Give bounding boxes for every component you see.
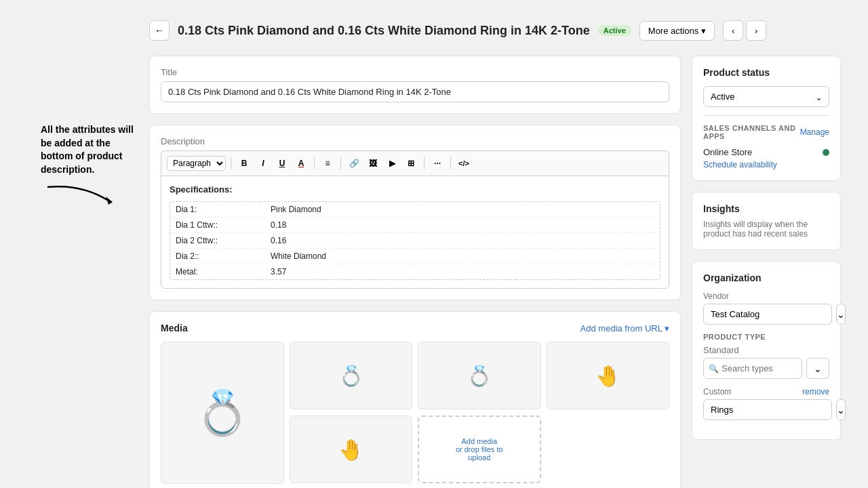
table-row: Dia 2 Cttw:: 0.16 xyxy=(170,233,660,249)
paragraph-select[interactable]: Paragraph xyxy=(167,156,226,171)
source-button[interactable]: </> xyxy=(456,155,472,171)
add-media-label: Add mediaor drop files toupload xyxy=(456,437,503,462)
insights-card: Insights Insights will display when the … xyxy=(692,192,841,250)
title-label: Title xyxy=(161,67,669,77)
custom-sort-button[interactable]: ⌄ xyxy=(836,399,846,420)
title-card: Title xyxy=(149,56,681,114)
vendor-row: ⌄ xyxy=(703,304,829,325)
schedule-availability-link[interactable]: Schedule availability xyxy=(703,160,829,169)
custom-row: Custom remove xyxy=(703,387,829,396)
product-header: 0.18 Cts Pink Diamond and 0.16 Cts White… xyxy=(178,24,631,38)
table-row: Dia 1: Pink Diamond xyxy=(170,202,660,218)
custom-label: Custom xyxy=(703,387,731,396)
table-row: Dia 1 Cttw:: 0.18 xyxy=(170,218,660,233)
manage-button[interactable]: Manage xyxy=(800,127,829,137)
media-main-image[interactable]: 💍 xyxy=(161,342,284,484)
type-sort-button[interactable]: ⌄ xyxy=(806,358,829,379)
status-select[interactable]: Active Draft Archived xyxy=(703,86,829,107)
media-thumb-5[interactable]: 🤚 xyxy=(290,415,413,483)
video-button[interactable]: ▶ xyxy=(384,155,400,171)
insights-description: Insights will display when the product h… xyxy=(703,220,829,239)
description-label: Description xyxy=(161,136,669,146)
sales-channels-title: SALES CHANNELS AND APPS xyxy=(703,124,800,140)
search-wrap: 🔍 xyxy=(703,358,802,379)
product-type-field: PRODUCT TYPE Standard 🔍 ⌄ Custom remove xyxy=(703,333,829,420)
nav-arrows: ‹ › xyxy=(723,20,766,41)
sales-channels-row: SALES CHANNELS AND APPS Manage xyxy=(703,124,829,140)
add-media-url-button[interactable]: Add media from URL ▾ xyxy=(580,323,669,333)
italic-button[interactable]: I xyxy=(255,155,271,171)
organization-card: Organization Vendor ⌄ PRODUCT TYPE Stand… xyxy=(692,261,841,440)
ring-main-icon: 💍 xyxy=(195,388,250,439)
font-color-button[interactable]: A xyxy=(293,155,309,171)
media-header: Media Add media from URL ▾ xyxy=(161,323,669,333)
hand-icon-2: 🤚 xyxy=(338,438,363,462)
table-row: Metal: 3.57 xyxy=(170,264,660,279)
specs-title: Specifications: xyxy=(170,184,660,195)
status-badge: Active xyxy=(598,25,631,36)
product-status-card: Product status Active Draft Archived SAL… xyxy=(692,56,841,181)
title-input[interactable] xyxy=(161,81,669,102)
media-thumb-3[interactable]: 💍 xyxy=(418,342,541,409)
more-formats-button[interactable]: ··· xyxy=(429,155,446,171)
media-thumb-4[interactable]: 🤚 xyxy=(547,342,670,409)
organization-title: Organization xyxy=(703,272,829,283)
product-type-label: PRODUCT TYPE xyxy=(703,333,829,341)
standard-type-row: Standard xyxy=(703,345,829,355)
annotation: All the attributes will be added at the … xyxy=(0,123,136,209)
more-actions-button[interactable]: More actions ▾ xyxy=(639,21,715,41)
standard-label: Standard xyxy=(703,345,739,355)
table-button[interactable]: ⊞ xyxy=(403,155,419,171)
online-store-label: Online Store xyxy=(703,147,752,157)
editor-toolbar: Paragraph B I U A ≡ 🔗 🖼 ▶ ⊞ ··· xyxy=(161,150,669,176)
custom-input-row: ⌄ xyxy=(703,399,829,420)
ring-icon-2: 💍 xyxy=(338,364,363,388)
media-card: Media Add media from URL ▾ 💍 xyxy=(149,311,681,488)
align-button[interactable]: ≡ xyxy=(319,155,336,171)
link-button[interactable]: 🔗 xyxy=(346,155,362,171)
media-upload-slot[interactable]: Add mediaor drop files toupload xyxy=(418,415,541,483)
vendor-input[interactable] xyxy=(703,304,832,325)
vendor-label: Vendor xyxy=(703,291,829,301)
status-select-wrapper: Active Draft Archived xyxy=(703,86,829,107)
media-grid: 💍 💍 💍 🤚 🤚 xyxy=(161,342,669,484)
media-label: Media xyxy=(161,323,188,333)
underline-button[interactable]: U xyxy=(274,155,290,171)
type-search-row: 🔍 ⌄ xyxy=(703,358,829,379)
online-indicator xyxy=(823,149,829,156)
insights-title: Insights xyxy=(703,203,829,214)
search-icon: 🔍 xyxy=(709,364,719,373)
bold-button[interactable]: B xyxy=(236,155,252,171)
product-status-label: Product status xyxy=(703,67,829,78)
chevron-down-icon: ▾ xyxy=(665,323,669,333)
description-card: Description Paragraph B I U A ≡ 🔗 🖼 ▶ xyxy=(149,125,681,300)
next-product-button[interactable]: › xyxy=(746,20,766,41)
online-store-row: Online Store xyxy=(703,147,829,157)
media-thumb-2[interactable]: 💍 xyxy=(290,342,413,409)
svg-marker-0 xyxy=(106,197,113,205)
prev-product-button[interactable]: ‹ xyxy=(723,20,743,41)
ring-icon-3: 💍 xyxy=(467,364,492,388)
vendor-field: Vendor ⌄ xyxy=(703,291,829,325)
back-icon: ← xyxy=(155,25,164,36)
image-button[interactable]: 🖼 xyxy=(365,155,381,171)
annotation-arrow xyxy=(41,180,136,209)
table-row: Dia 2:: White Diamond xyxy=(170,249,660,264)
custom-type-input[interactable] xyxy=(703,399,832,420)
remove-custom-button[interactable]: remove xyxy=(802,387,829,396)
specs-table: Dia 1: Pink Diamond Dia 1 Cttw:: 0.18 Di… xyxy=(170,201,660,280)
product-title-heading: 0.18 Cts Pink Diamond and 0.16 Cts White… xyxy=(178,24,590,38)
description-editor[interactable]: Specifications: Dia 1: Pink Diamond Dia … xyxy=(161,176,669,289)
back-button[interactable]: ← xyxy=(149,20,170,41)
chevron-down-icon: ▾ xyxy=(701,26,706,36)
vendor-sort-button[interactable]: ⌄ xyxy=(836,304,846,325)
hand-icon: 🤚 xyxy=(595,364,620,388)
